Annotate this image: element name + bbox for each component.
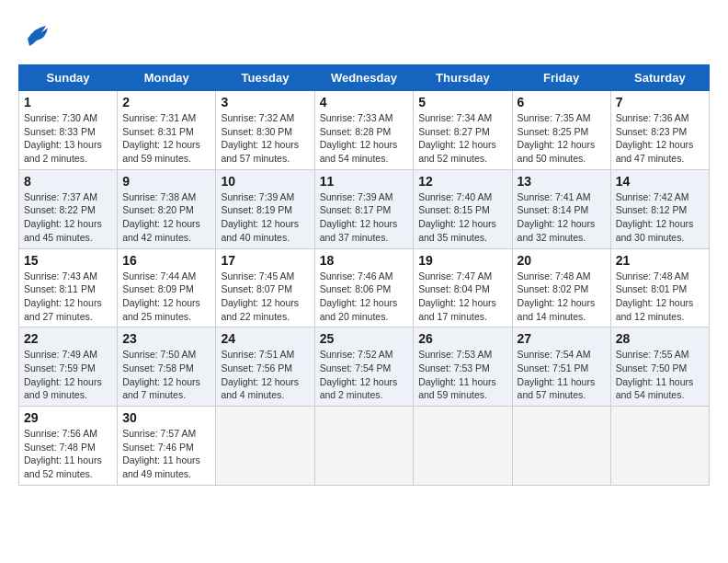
day-number: 4 <box>320 95 409 109</box>
calendar-day-cell: 27Sunrise: 7:54 AMSunset: 7:51 PMDayligh… <box>512 327 610 407</box>
day-number: 27 <box>518 331 606 346</box>
day-number: 22 <box>24 331 112 346</box>
header-friday: Friday <box>512 65 610 91</box>
day-number: 16 <box>122 253 210 268</box>
day-number: 6 <box>518 95 606 109</box>
calendar-day-cell: 29Sunrise: 7:56 AMSunset: 7:48 PMDayligh… <box>19 407 118 486</box>
day-number: 13 <box>518 174 606 189</box>
day-info: Sunrise: 7:41 AMSunset: 8:14 PMDaylight:… <box>518 190 606 245</box>
day-number: 29 <box>24 410 112 425</box>
day-info: Sunrise: 7:43 AMSunset: 8:11 PMDaylight:… <box>24 270 112 324</box>
day-number: 15 <box>24 253 112 268</box>
header-sunday: Sunday <box>19 65 118 91</box>
day-info: Sunrise: 7:30 AMSunset: 8:33 PMDaylight:… <box>24 111 112 166</box>
calendar-day-cell: 14Sunrise: 7:42 AMSunset: 8:12 PMDayligh… <box>610 169 709 248</box>
calendar-week-row: 8Sunrise: 7:37 AMSunset: 8:22 PMDaylight… <box>19 169 710 248</box>
day-info: Sunrise: 7:37 AMSunset: 8:22 PMDaylight:… <box>24 190 112 245</box>
calendar-day-cell: 8Sunrise: 7:37 AMSunset: 8:22 PMDaylight… <box>19 169 118 248</box>
calendar-day-cell: 1Sunrise: 7:30 AMSunset: 8:33 PMDaylight… <box>19 91 118 170</box>
day-number: 18 <box>320 253 409 268</box>
calendar-day-cell: 12Sunrise: 7:40 AMSunset: 8:15 PMDayligh… <box>414 169 512 248</box>
day-number: 9 <box>122 174 210 189</box>
day-number: 19 <box>418 253 506 268</box>
header-monday: Monday <box>118 65 216 91</box>
calendar-day-cell <box>414 407 512 486</box>
calendar-day-cell <box>610 407 709 486</box>
calendar-table: Sunday Monday Tuesday Wednesday Thursday… <box>18 64 710 486</box>
day-info: Sunrise: 7:48 AMSunset: 8:02 PMDaylight:… <box>518 270 606 324</box>
header-wednesday: Wednesday <box>314 65 414 91</box>
calendar-day-cell: 15Sunrise: 7:43 AMSunset: 8:11 PMDayligh… <box>19 248 118 327</box>
calendar-day-cell: 28Sunrise: 7:55 AMSunset: 7:50 PMDayligh… <box>610 327 709 407</box>
day-number: 8 <box>24 174 112 189</box>
day-number: 21 <box>616 253 704 268</box>
calendar-day-cell: 2Sunrise: 7:31 AMSunset: 8:31 PMDaylight… <box>118 91 216 170</box>
logo <box>18 18 53 55</box>
day-info: Sunrise: 7:49 AMSunset: 7:59 PMDaylight:… <box>24 348 112 402</box>
day-info: Sunrise: 7:38 AMSunset: 8:20 PMDaylight:… <box>122 190 210 245</box>
day-info: Sunrise: 7:54 AMSunset: 7:51 PMDaylight:… <box>518 348 606 402</box>
calendar-day-cell: 11Sunrise: 7:39 AMSunset: 8:17 PMDayligh… <box>314 169 414 248</box>
calendar-day-cell: 13Sunrise: 7:41 AMSunset: 8:14 PMDayligh… <box>512 169 610 248</box>
day-info: Sunrise: 7:32 AMSunset: 8:30 PMDaylight:… <box>221 111 309 166</box>
day-info: Sunrise: 7:39 AMSunset: 8:19 PMDaylight:… <box>221 190 309 245</box>
calendar-week-row: 22Sunrise: 7:49 AMSunset: 7:59 PMDayligh… <box>19 327 710 407</box>
day-info: Sunrise: 7:51 AMSunset: 7:56 PMDaylight:… <box>221 348 309 402</box>
day-number: 23 <box>122 331 210 346</box>
day-info: Sunrise: 7:52 AMSunset: 7:54 PMDaylight:… <box>320 348 409 402</box>
day-info: Sunrise: 7:47 AMSunset: 8:04 PMDaylight:… <box>418 270 506 324</box>
calendar-day-cell: 7Sunrise: 7:36 AMSunset: 8:23 PMDaylight… <box>610 91 709 170</box>
calendar-day-cell: 4Sunrise: 7:33 AMSunset: 8:28 PMDaylight… <box>314 91 414 170</box>
calendar-week-row: 15Sunrise: 7:43 AMSunset: 8:11 PMDayligh… <box>19 248 710 327</box>
day-number: 2 <box>122 95 210 109</box>
day-number: 26 <box>418 331 506 346</box>
day-number: 11 <box>320 174 409 189</box>
calendar-day-cell: 25Sunrise: 7:52 AMSunset: 7:54 PMDayligh… <box>314 327 414 407</box>
day-info: Sunrise: 7:56 AMSunset: 7:48 PMDaylight:… <box>24 427 112 481</box>
calendar-day-cell: 21Sunrise: 7:48 AMSunset: 8:01 PMDayligh… <box>610 248 709 327</box>
calendar-day-cell: 19Sunrise: 7:47 AMSunset: 8:04 PMDayligh… <box>414 248 512 327</box>
calendar-day-cell: 30Sunrise: 7:57 AMSunset: 7:46 PMDayligh… <box>118 407 216 486</box>
day-info: Sunrise: 7:31 AMSunset: 8:31 PMDaylight:… <box>122 111 210 166</box>
calendar-day-cell <box>512 407 610 486</box>
calendar-day-cell <box>314 407 414 486</box>
calendar-day-cell: 18Sunrise: 7:46 AMSunset: 8:06 PMDayligh… <box>314 248 414 327</box>
day-info: Sunrise: 7:39 AMSunset: 8:17 PMDaylight:… <box>320 190 409 245</box>
day-info: Sunrise: 7:53 AMSunset: 7:53 PMDaylight:… <box>418 348 506 402</box>
day-number: 30 <box>122 410 210 425</box>
calendar-week-row: 29Sunrise: 7:56 AMSunset: 7:48 PMDayligh… <box>19 407 710 486</box>
day-number: 12 <box>418 174 506 189</box>
header-thursday: Thursday <box>414 65 512 91</box>
day-info: Sunrise: 7:45 AMSunset: 8:07 PMDaylight:… <box>221 270 309 324</box>
day-info: Sunrise: 7:34 AMSunset: 8:27 PMDaylight:… <box>418 111 506 166</box>
day-number: 5 <box>418 95 506 109</box>
day-info: Sunrise: 7:44 AMSunset: 8:09 PMDaylight:… <box>122 270 210 324</box>
day-number: 7 <box>616 95 704 109</box>
day-info: Sunrise: 7:33 AMSunset: 8:28 PMDaylight:… <box>320 111 409 166</box>
day-number: 1 <box>24 95 112 109</box>
day-number: 25 <box>320 331 409 346</box>
day-number: 28 <box>616 331 704 346</box>
day-number: 17 <box>221 253 309 268</box>
day-info: Sunrise: 7:48 AMSunset: 8:01 PMDaylight:… <box>616 270 704 324</box>
day-number: 14 <box>616 174 704 189</box>
day-info: Sunrise: 7:36 AMSunset: 8:23 PMDaylight:… <box>616 111 704 166</box>
calendar-day-cell: 5Sunrise: 7:34 AMSunset: 8:27 PMDaylight… <box>414 91 512 170</box>
day-info: Sunrise: 7:57 AMSunset: 7:46 PMDaylight:… <box>122 427 210 481</box>
day-info: Sunrise: 7:46 AMSunset: 8:06 PMDaylight:… <box>320 270 409 324</box>
day-info: Sunrise: 7:55 AMSunset: 7:50 PMDaylight:… <box>616 348 704 402</box>
day-number: 10 <box>221 174 309 189</box>
day-info: Sunrise: 7:35 AMSunset: 8:25 PMDaylight:… <box>518 111 606 166</box>
calendar-header-row: Sunday Monday Tuesday Wednesday Thursday… <box>19 65 710 91</box>
calendar-day-cell <box>216 407 314 486</box>
calendar-day-cell: 3Sunrise: 7:32 AMSunset: 8:30 PMDaylight… <box>216 91 314 170</box>
header-tuesday: Tuesday <box>216 65 314 91</box>
calendar-day-cell: 24Sunrise: 7:51 AMSunset: 7:56 PMDayligh… <box>216 327 314 407</box>
day-info: Sunrise: 7:40 AMSunset: 8:15 PMDaylight:… <box>418 190 506 245</box>
calendar-day-cell: 26Sunrise: 7:53 AMSunset: 7:53 PMDayligh… <box>414 327 512 407</box>
calendar-day-cell: 9Sunrise: 7:38 AMSunset: 8:20 PMDaylight… <box>118 169 216 248</box>
calendar-day-cell: 10Sunrise: 7:39 AMSunset: 8:19 PMDayligh… <box>216 169 314 248</box>
calendar-day-cell: 17Sunrise: 7:45 AMSunset: 8:07 PMDayligh… <box>216 248 314 327</box>
day-number: 20 <box>518 253 606 268</box>
calendar-day-cell: 23Sunrise: 7:50 AMSunset: 7:58 PMDayligh… <box>118 327 216 407</box>
